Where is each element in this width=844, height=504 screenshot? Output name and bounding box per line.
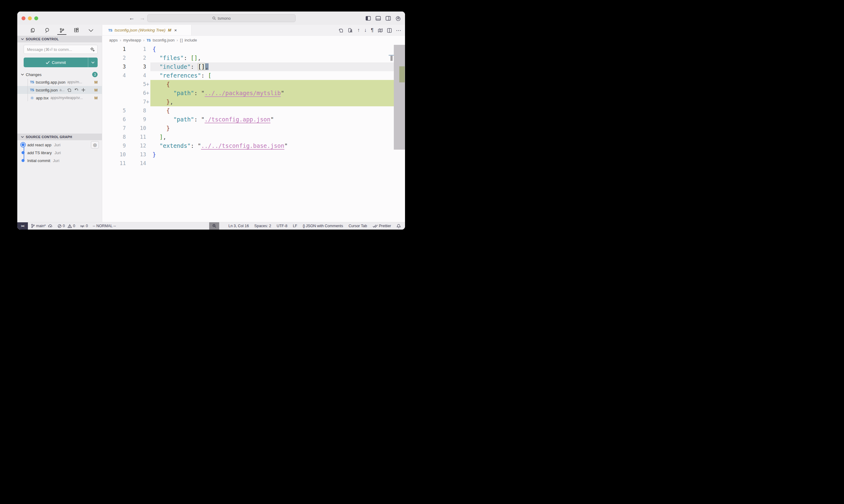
code-line[interactable]: 811 ], [102,133,405,141]
line-number-original[interactable]: 2 [102,54,126,62]
line-content[interactable]: "include": [], [150,62,405,71]
commit-dropdown-button[interactable] [88,57,98,67]
line-number-modified[interactable]: 2 [126,54,146,62]
indentation-indicator[interactable]: Spaces: 2 [254,224,271,228]
commit-row[interactable]: add TS library Juri [17,149,102,157]
commit-button[interactable]: Commit [24,57,98,67]
eol-indicator[interactable]: LF [293,224,297,228]
line-number-original[interactable]: 1 [102,45,126,54]
line-number-modified[interactable]: 3 [126,62,146,71]
extensions-icon[interactable] [72,26,80,35]
open-file-icon[interactable] [67,88,71,92]
code-line[interactable]: 33 "include": [], [102,62,405,71]
go-to-file-icon[interactable] [338,28,344,33]
line-content[interactable]: }, [150,97,405,106]
search-sidebar-icon[interactable] [44,26,51,35]
line-number-original[interactable]: 3 [102,62,126,71]
line-number-modified[interactable]: 6 [126,89,146,97]
line-content[interactable]: ], [150,133,405,141]
line-number-original[interactable]: 5 [102,106,126,115]
discard-changes-icon[interactable] [74,88,79,92]
remote-indicator[interactable]: >< [17,222,28,230]
pilcrow-icon[interactable]: ¶ [371,28,374,33]
line-number-modified[interactable]: 11 [126,133,146,141]
line-number-original[interactable]: 10 [102,150,126,159]
line-number-original[interactable]: 9 [102,141,126,150]
next-change-icon[interactable]: ↓ [364,27,367,33]
file-row-tsconfig-app-json[interactable]: TS tsconfig.app.json apps/m... M [17,78,102,86]
source-control-icon[interactable] [58,26,66,35]
line-number-modified[interactable]: 5 [126,80,146,89]
cursor-tab-indicator[interactable]: Cursor Tab [349,224,367,228]
breadcrumb-item-include[interactable]: include [185,38,197,42]
layout-panel-icon[interactable] [376,16,381,21]
vim-mode-indicator[interactable]: -- NORMAL -- [93,224,116,228]
file-row-tsconfig-json[interactable]: TS tsconfig.json a... M [17,86,102,94]
file-row-app-tsx[interactable]: ⚛ app.tsx apps/myviteapp/sr... M [17,94,102,102]
notifications-bell-icon[interactable] [397,224,401,228]
code-line[interactable]: 44 "references": [ [102,71,405,80]
more-actions-icon[interactable]: ⋯ [396,27,401,34]
goto-current-history-item-button[interactable]: ◎ [91,141,99,148]
ports-indicator[interactable]: 0 [80,224,88,228]
line-number-modified[interactable]: 10 [126,124,146,133]
close-tab-icon[interactable]: × [174,28,177,33]
zoom-status-item[interactable] [209,222,219,230]
code-line[interactable]: 22 "files": [], [102,54,405,62]
line-number-modified[interactable]: 7 [126,97,146,106]
encoding-indicator[interactable]: UTF-8 [276,224,287,228]
line-content[interactable]: "path": "../../packages/mytslib" [150,89,405,97]
open-changes-icon[interactable] [348,28,353,33]
code-line[interactable]: 5+ { [102,80,405,89]
vertical-scrollbar[interactable] [394,45,405,150]
commit-message-input[interactable]: Message (⌘⏎ to comm... [24,45,98,54]
layout-sidebar-right-icon[interactable] [385,16,391,21]
line-content[interactable]: { [150,45,405,54]
stage-changes-icon[interactable] [81,88,86,92]
line-number-original[interactable]: 7 [102,124,126,133]
line-content[interactable]: "extends": "../../tsconfig.base.json" [150,141,405,150]
navigate-forward-icon[interactable]: → [139,15,145,21]
line-number-modified[interactable]: 9 [126,115,146,124]
line-number-modified[interactable]: 12 [126,141,146,150]
close-window-button[interactable] [21,16,25,20]
language-mode-indicator[interactable]: {}JSON with Comments [303,224,343,228]
commit-row[interactable]: add react app Juri ◎ [17,141,102,149]
line-content[interactable]: "path": "./tsconfig.app.json" [150,115,405,124]
breadcrumb-item-myviteapp[interactable]: myviteapp [123,38,141,42]
code-line[interactable]: 1013} [102,150,405,159]
breadcrumb-item-apps[interactable]: apps [109,38,118,42]
line-number-original[interactable]: 11 [102,159,126,168]
layout-sidebar-left-icon[interactable] [366,16,371,21]
map-icon[interactable] [378,28,383,33]
sparkle-ai-icon[interactable] [90,47,95,52]
tab-tsconfig-json-working-tree[interactable]: TS tsconfig.json (Working Tree) M × [102,25,192,35]
navigate-back-icon[interactable]: ← [129,15,135,21]
more-views-chevron-icon[interactable] [87,26,95,35]
code-content[interactable]: 11{22 "files": [],33 "include": [],44 "r… [102,45,405,168]
code-line[interactable]: 58 { [102,106,405,115]
explorer-icon[interactable] [29,26,37,35]
zoom-window-button[interactable] [34,16,38,20]
previous-change-icon[interactable]: ↑ [357,27,360,33]
line-number-modified[interactable]: 14 [126,159,146,168]
source-control-graph-header[interactable]: SOURCE CONTROL GRAPH [17,133,102,140]
line-number-modified[interactable]: 8 [126,106,146,115]
code-line[interactable]: 912 "extends": "../../tsconfig.base.json… [102,141,405,150]
source-control-section-header[interactable]: SOURCE CONTROL [17,36,102,42]
code-line[interactable]: 1114 [102,159,405,168]
line-number-original[interactable]: 8 [102,133,126,141]
line-number-modified[interactable]: 13 [126,150,146,159]
code-line[interactable]: 710 } [102,124,405,133]
problems-indicator[interactable]: 0 0 [57,224,75,228]
cursor-position-indicator[interactable]: Ln 3, Col 16 [228,224,248,228]
code-line[interactable]: 7+ }, [102,97,405,106]
editor-body[interactable]: 11{22 "files": [],33 "include": [],44 "r… [102,44,405,222]
line-content[interactable]: { [150,106,405,115]
code-line[interactable]: 11{ [102,45,405,54]
code-line[interactable]: 6+ "path": "../../packages/mytslib" [102,89,405,97]
line-content[interactable]: } [150,124,405,133]
minimize-window-button[interactable] [28,16,32,20]
line-number-modified[interactable]: 1 [126,45,146,54]
line-number-modified[interactable]: 4 [126,71,146,80]
